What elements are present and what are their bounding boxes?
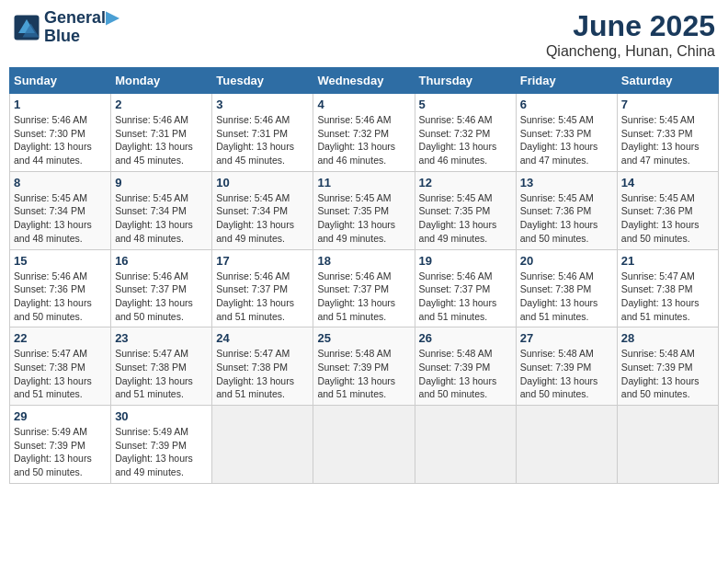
- day-number-19: 19: [419, 254, 512, 268]
- header-thursday: Thursday: [415, 68, 516, 94]
- calendar-row-1: 8 Sunrise: 5:45 AM Sunset: 7:34 PM Dayli…: [10, 171, 719, 249]
- logo-text: General▶ Blue: [44, 9, 119, 46]
- day-cell-26: 26 Sunrise: 5:48 AM Sunset: 7:39 PM Dayl…: [415, 327, 516, 406]
- logo-icon: [13, 14, 40, 41]
- header-tuesday: Tuesday: [212, 68, 313, 94]
- day-number-9: 9: [115, 176, 208, 190]
- title-section: June 2025 Qiancheng, Hunan, China: [546, 9, 715, 60]
- day-cell-8: 8 Sunrise: 5:45 AM Sunset: 7:34 PM Dayli…: [10, 171, 111, 249]
- header-sunday: Sunday: [10, 68, 111, 94]
- day-number-18: 18: [317, 254, 410, 268]
- day-cell-28: 28 Sunrise: 5:48 AM Sunset: 7:39 PM Dayl…: [617, 327, 718, 406]
- day-number-23: 23: [115, 331, 208, 345]
- day-number-10: 10: [216, 176, 309, 190]
- day-info-9: Sunrise: 5:45 AM Sunset: 7:34 PM Dayligh…: [115, 191, 208, 246]
- day-info-22: Sunrise: 5:47 AM Sunset: 7:38 PM Dayligh…: [14, 347, 107, 401]
- day-info-17: Sunrise: 5:46 AM Sunset: 7:37 PM Dayligh…: [216, 270, 309, 324]
- day-number-12: 12: [419, 176, 512, 190]
- empty-cell-r4-c5: [516, 406, 617, 484]
- day-info-5: Sunrise: 5:46 AM Sunset: 7:32 PM Dayligh…: [419, 113, 512, 167]
- day-number-24: 24: [216, 331, 309, 345]
- day-cell-27: 27 Sunrise: 5:48 AM Sunset: 7:39 PM Dayl…: [516, 327, 617, 406]
- day-cell-13: 13 Sunrise: 5:45 AM Sunset: 7:36 PM Dayl…: [516, 171, 617, 249]
- day-cell-14: 14 Sunrise: 5:45 AM Sunset: 7:36 PM Dayl…: [617, 171, 718, 249]
- day-number-15: 15: [14, 254, 107, 268]
- header-friday: Friday: [516, 68, 617, 94]
- day-info-15: Sunrise: 5:46 AM Sunset: 7:36 PM Dayligh…: [14, 270, 107, 324]
- header: General▶ Blue June 2025 Qiancheng, Hunan…: [9, 9, 719, 60]
- day-info-28: Sunrise: 5:48 AM Sunset: 7:39 PM Dayligh…: [621, 347, 714, 401]
- day-info-27: Sunrise: 5:48 AM Sunset: 7:39 PM Dayligh…: [520, 347, 613, 401]
- day-number-1: 1: [14, 98, 107, 111]
- day-info-26: Sunrise: 5:48 AM Sunset: 7:39 PM Dayligh…: [419, 347, 512, 401]
- day-cell-17: 17 Sunrise: 5:46 AM Sunset: 7:37 PM Dayl…: [212, 249, 313, 327]
- day-info-21: Sunrise: 5:47 AM Sunset: 7:38 PM Dayligh…: [621, 270, 714, 324]
- empty-cell-r4-c4: [415, 406, 516, 484]
- calendar-row-3: 22 Sunrise: 5:47 AM Sunset: 7:38 PM Dayl…: [10, 327, 719, 406]
- day-number-14: 14: [621, 176, 714, 190]
- day-number-13: 13: [520, 176, 613, 190]
- day-cell-3: 3 Sunrise: 5:46 AM Sunset: 7:31 PM Dayli…: [212, 94, 313, 172]
- day-cell-19: 19 Sunrise: 5:46 AM Sunset: 7:37 PM Dayl…: [415, 249, 516, 327]
- day-number-26: 26: [419, 331, 512, 345]
- day-info-2: Sunrise: 5:46 AM Sunset: 7:31 PM Dayligh…: [115, 113, 208, 167]
- day-info-30: Sunrise: 5:49 AM Sunset: 7:39 PM Dayligh…: [115, 425, 208, 479]
- weekday-header-row: Sunday Monday Tuesday Wednesday Thursday…: [10, 68, 719, 94]
- day-cell-30: 30 Sunrise: 5:49 AM Sunset: 7:39 PM Dayl…: [111, 406, 212, 484]
- day-number-30: 30: [115, 409, 208, 423]
- day-cell-15: 15 Sunrise: 5:46 AM Sunset: 7:36 PM Dayl…: [10, 249, 111, 327]
- subtitle: Qiancheng, Hunan, China: [546, 43, 715, 60]
- day-number-20: 20: [520, 254, 613, 268]
- header-wednesday: Wednesday: [313, 68, 415, 94]
- day-info-11: Sunrise: 5:45 AM Sunset: 7:35 PM Dayligh…: [317, 191, 410, 246]
- day-info-4: Sunrise: 5:46 AM Sunset: 7:32 PM Dayligh…: [317, 113, 410, 167]
- day-number-5: 5: [419, 98, 512, 111]
- header-saturday: Saturday: [617, 68, 718, 94]
- day-number-11: 11: [317, 176, 410, 190]
- day-info-13: Sunrise: 5:45 AM Sunset: 7:36 PM Dayligh…: [520, 191, 613, 246]
- day-cell-24: 24 Sunrise: 5:47 AM Sunset: 7:38 PM Dayl…: [212, 327, 313, 406]
- day-number-25: 25: [317, 331, 410, 345]
- calendar-row-2: 15 Sunrise: 5:46 AM Sunset: 7:36 PM Dayl…: [10, 249, 719, 327]
- day-info-29: Sunrise: 5:49 AM Sunset: 7:39 PM Dayligh…: [14, 425, 107, 479]
- day-info-24: Sunrise: 5:47 AM Sunset: 7:38 PM Dayligh…: [216, 347, 309, 401]
- header-monday: Monday: [111, 68, 212, 94]
- day-cell-18: 18 Sunrise: 5:46 AM Sunset: 7:37 PM Dayl…: [313, 249, 415, 327]
- day-info-18: Sunrise: 5:46 AM Sunset: 7:37 PM Dayligh…: [317, 270, 410, 324]
- main-title: June 2025: [546, 9, 715, 43]
- day-info-10: Sunrise: 5:45 AM Sunset: 7:34 PM Dayligh…: [216, 191, 309, 246]
- day-number-7: 7: [621, 98, 714, 111]
- day-info-7: Sunrise: 5:45 AM Sunset: 7:33 PM Dayligh…: [621, 113, 714, 167]
- day-info-1: Sunrise: 5:46 AM Sunset: 7:30 PM Dayligh…: [14, 113, 107, 167]
- day-number-17: 17: [216, 254, 309, 268]
- day-info-12: Sunrise: 5:45 AM Sunset: 7:35 PM Dayligh…: [419, 191, 512, 246]
- day-cell-23: 23 Sunrise: 5:47 AM Sunset: 7:38 PM Dayl…: [111, 327, 212, 406]
- calendar-table: Sunday Monday Tuesday Wednesday Thursday…: [9, 67, 719, 484]
- day-cell-25: 25 Sunrise: 5:48 AM Sunset: 7:39 PM Dayl…: [313, 327, 415, 406]
- day-number-8: 8: [14, 176, 107, 190]
- day-number-21: 21: [621, 254, 714, 268]
- day-info-16: Sunrise: 5:46 AM Sunset: 7:37 PM Dayligh…: [115, 270, 208, 324]
- day-info-23: Sunrise: 5:47 AM Sunset: 7:38 PM Dayligh…: [115, 347, 208, 401]
- day-info-25: Sunrise: 5:48 AM Sunset: 7:39 PM Dayligh…: [317, 347, 410, 401]
- day-cell-6: 6 Sunrise: 5:45 AM Sunset: 7:33 PM Dayli…: [516, 94, 617, 172]
- day-number-3: 3: [216, 98, 309, 111]
- day-number-28: 28: [621, 331, 714, 345]
- day-cell-20: 20 Sunrise: 5:46 AM Sunset: 7:38 PM Dayl…: [516, 249, 617, 327]
- day-number-27: 27: [520, 331, 613, 345]
- day-cell-10: 10 Sunrise: 5:45 AM Sunset: 7:34 PM Dayl…: [212, 171, 313, 249]
- day-info-3: Sunrise: 5:46 AM Sunset: 7:31 PM Dayligh…: [216, 113, 309, 167]
- day-info-8: Sunrise: 5:45 AM Sunset: 7:34 PM Dayligh…: [14, 191, 107, 246]
- day-cell-7: 7 Sunrise: 5:45 AM Sunset: 7:33 PM Dayli…: [617, 94, 718, 172]
- empty-cell-r4-c3: [313, 406, 415, 484]
- day-info-20: Sunrise: 5:46 AM Sunset: 7:38 PM Dayligh…: [520, 270, 613, 324]
- calendar-row-0: 1 Sunrise: 5:46 AM Sunset: 7:30 PM Dayli…: [10, 94, 719, 172]
- day-number-29: 29: [14, 409, 107, 423]
- day-number-22: 22: [14, 331, 107, 345]
- day-number-2: 2: [115, 98, 208, 111]
- day-cell-11: 11 Sunrise: 5:45 AM Sunset: 7:35 PM Dayl…: [313, 171, 415, 249]
- day-number-4: 4: [317, 98, 410, 111]
- day-cell-2: 2 Sunrise: 5:46 AM Sunset: 7:31 PM Dayli…: [111, 94, 212, 172]
- empty-cell-r4-c6: [617, 406, 718, 484]
- day-cell-4: 4 Sunrise: 5:46 AM Sunset: 7:32 PM Dayli…: [313, 94, 415, 172]
